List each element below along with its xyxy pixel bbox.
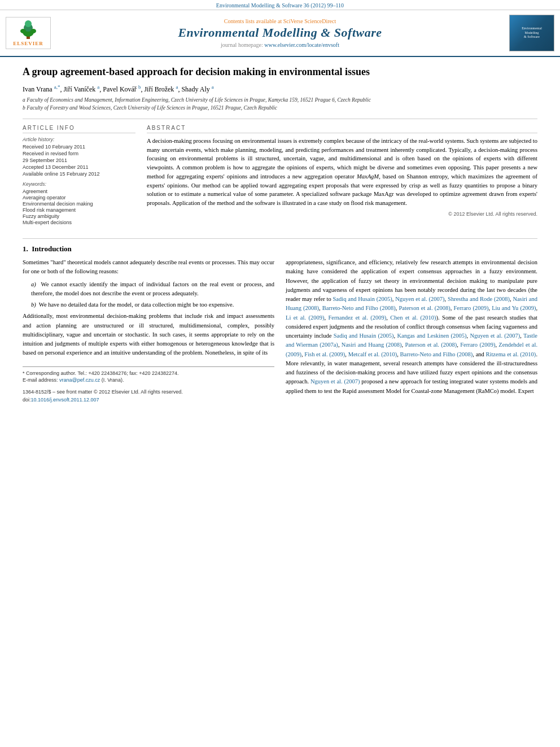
list-item-a: a) We cannot exactly identify the impact… bbox=[23, 280, 274, 299]
revised-date: 29 September 2011 bbox=[23, 158, 135, 163]
ref-ritzema-2010[interactable]: Ritzema et al. (2010) bbox=[486, 351, 536, 357]
article-info-abstract: ARTICLE INFO Article history: Received 1… bbox=[23, 125, 537, 230]
divider-1 bbox=[23, 119, 537, 119]
keyword-5: Fuzzy ambiguity bbox=[23, 213, 135, 219]
keywords-heading: Keywords: bbox=[23, 181, 135, 187]
elsevier-logo: ELSEVIER bbox=[6, 17, 51, 49]
copyright-notice: © 2012 Elsevier Ltd. All rights reserved… bbox=[147, 211, 537, 217]
svg-point-5 bbox=[30, 29, 36, 33]
thumbnail-text: EnvironmentalModelling& Software bbox=[520, 25, 543, 41]
article-info-heading: ARTICLE INFO bbox=[23, 125, 135, 133]
sciverse-name: SciVerse ScienceDirect bbox=[283, 18, 336, 24]
journal-thumbnail: EnvironmentalModelling& Software bbox=[509, 15, 554, 51]
ref-paterson2-2008[interactable]: Paterson et al. (2008) bbox=[405, 342, 457, 348]
article-history-block: Article history: Received 10 February 20… bbox=[23, 137, 135, 177]
ref-sadiq-2005[interactable]: Sadiq and Husain (2005) bbox=[333, 296, 392, 302]
journal-homepage: journal homepage: www.elsevier.com/locat… bbox=[56, 42, 504, 48]
ref-li-2009[interactable]: Li et al. (2009) bbox=[286, 314, 324, 321]
top-bar: Environmental Modelling & Software 36 (2… bbox=[0, 0, 560, 10]
doi-text: doi:10.1016/j.envsoft.2011.12.007 bbox=[23, 396, 274, 404]
list-item-b: b) We have no detailed data for the mode… bbox=[23, 300, 274, 309]
intro-para-1: Sometimes "hard" theoretical models cann… bbox=[23, 258, 274, 277]
ref-nguyen-2007[interactable]: Nguyen et al. (2007) bbox=[395, 296, 444, 302]
keywords-list: Agreement Averaging operator Environment… bbox=[23, 189, 135, 225]
main-content: A group agreement-based approach for dec… bbox=[0, 57, 560, 413]
elsevier-tree-icon bbox=[14, 20, 42, 40]
journal-center-info: Contents lists available at SciVerse Sci… bbox=[56, 18, 504, 48]
homepage-url: www.elsevier.com/locate/envsoft bbox=[264, 42, 339, 48]
ref-fish-2009[interactable]: Fish et al. (2009) bbox=[304, 351, 345, 357]
issn-block: 1364-8152/$ – see front matter © 2012 El… bbox=[23, 388, 274, 404]
section-1-number: 1. bbox=[23, 244, 28, 253]
authors-line: Ivan Vrana a,*, Jiří Vaníček a, Pavel Ko… bbox=[23, 84, 537, 94]
ref-fernandez-2009[interactable]: Fernandez et al. (2009) bbox=[328, 314, 386, 321]
section-1-label: Introduction bbox=[32, 244, 72, 253]
ref-shrestha-2008[interactable]: Shrestha and Rode (2008) bbox=[448, 296, 510, 302]
history-label: Article history: bbox=[23, 137, 135, 142]
ref-ferraro2-2009[interactable]: Ferraro (2009) bbox=[460, 342, 495, 348]
elsevier-tree-graphic bbox=[14, 20, 42, 40]
sciverse-link: Contents lists available at SciVerse Sci… bbox=[56, 18, 504, 24]
article-info-column: ARTICLE INFO Article history: Received 1… bbox=[23, 125, 135, 230]
keyword-2: Averaging operator bbox=[23, 195, 135, 200]
corresponding-author: * Corresponding author. Tel.: +420 22438… bbox=[23, 370, 274, 377]
ref-barreto2-2008[interactable]: Barreto-Neto and Filho (2008) bbox=[400, 351, 473, 357]
keyword-1: Agreement bbox=[23, 189, 135, 194]
keyword-3: Environmental decision making bbox=[23, 201, 135, 207]
abstract-heading: ABSTRACT bbox=[147, 125, 537, 133]
section-1-right-col: appropriateness, significance, and effic… bbox=[286, 258, 537, 404]
ref-paterson-2008[interactable]: Paterson et al. (2008) bbox=[399, 305, 450, 311]
online-date: Available online 15 February 2012 bbox=[23, 171, 135, 177]
ref-nguyen2-2007[interactable]: Nguyen et al. (2007) bbox=[470, 333, 520, 339]
abstract-text: A decision-making process focusing on en… bbox=[147, 137, 537, 208]
svg-point-4 bbox=[20, 29, 26, 33]
email-address: E-mail address: vrana@pef.czu.cz (I. Vra… bbox=[23, 377, 274, 384]
section-1-left-col: Sometimes "hard" theoretical models cann… bbox=[23, 258, 274, 404]
keyword-6: Multi-expert decisions bbox=[23, 220, 135, 225]
received-date: Received 10 February 2011 bbox=[23, 144, 135, 150]
ref-ferraro-2009[interactable]: Ferraro (2009) bbox=[453, 305, 488, 311]
ref-nasiri2-2008[interactable]: Nasiri and Huang (2008) bbox=[342, 342, 402, 348]
keyword-4: Flood risk management bbox=[23, 207, 135, 213]
affiliations: a Faculty of Economics and Management, I… bbox=[23, 97, 537, 112]
affiliation-a: a Faculty of Economics and Management, I… bbox=[23, 97, 537, 104]
abstract-column: ABSTRACT A decision-making process focus… bbox=[147, 125, 537, 230]
ref-kangas-2005[interactable]: Kangas and Leskinen (2005) bbox=[397, 333, 466, 339]
journal-title: Environmental Modelling & Software bbox=[56, 25, 504, 40]
email-link[interactable]: vrana@pef.czu.cz bbox=[59, 377, 100, 383]
journal-reference: Environmental Modelling & Software 36 (2… bbox=[216, 2, 344, 8]
maxagm-term: MaxAgM bbox=[357, 173, 379, 180]
keywords-block: Keywords: Agreement Averaging operator E… bbox=[23, 181, 135, 225]
affiliation-b: b Faculty of Forestry and Wood Sciences,… bbox=[23, 104, 537, 112]
ref-sadiq2-2005[interactable]: Sadiq and Husain (2005) bbox=[334, 333, 394, 339]
intro-right-para-1: appropriateness, significance, and effic… bbox=[286, 258, 537, 396]
issn-text: 1364-8152/$ – see front matter © 2012 El… bbox=[23, 388, 274, 396]
paper-title: A group agreement-based approach for dec… bbox=[23, 65, 537, 78]
section-1-title: 1. Introduction bbox=[23, 244, 537, 254]
accepted-date: Accepted 13 December 2011 bbox=[23, 164, 135, 170]
ref-nguyen3-2007[interactable]: Nguyen et al. (2007) bbox=[310, 378, 360, 385]
doi-link[interactable]: 10.1016/j.envsoft.2011.12.007 bbox=[31, 397, 99, 403]
svg-point-3 bbox=[25, 20, 32, 27]
divider-2 bbox=[23, 238, 537, 239]
ref-metcalf-2010[interactable]: Metcalf et al. (2010) bbox=[348, 351, 397, 357]
ref-liu-2009[interactable]: Liu and Yu (2009) bbox=[492, 305, 536, 311]
footnote-section: * Corresponding author. Tel.: +420 22438… bbox=[23, 366, 274, 404]
journal-header: ELSEVIER Contents lists available at Sci… bbox=[0, 10, 560, 57]
ref-chen-2010[interactable]: Chen et al. (2010) bbox=[390, 314, 436, 321]
intro-para-2: Additionally, most environmental decisio… bbox=[23, 312, 274, 357]
revised-label: Received in revised form bbox=[23, 151, 135, 156]
ref-barreto-2008[interactable]: Barreto-Neto and Filho (2008) bbox=[322, 305, 396, 311]
elsevier-label: ELSEVIER bbox=[13, 41, 43, 46]
section-1-body: Sometimes "hard" theoretical models cann… bbox=[23, 258, 537, 404]
